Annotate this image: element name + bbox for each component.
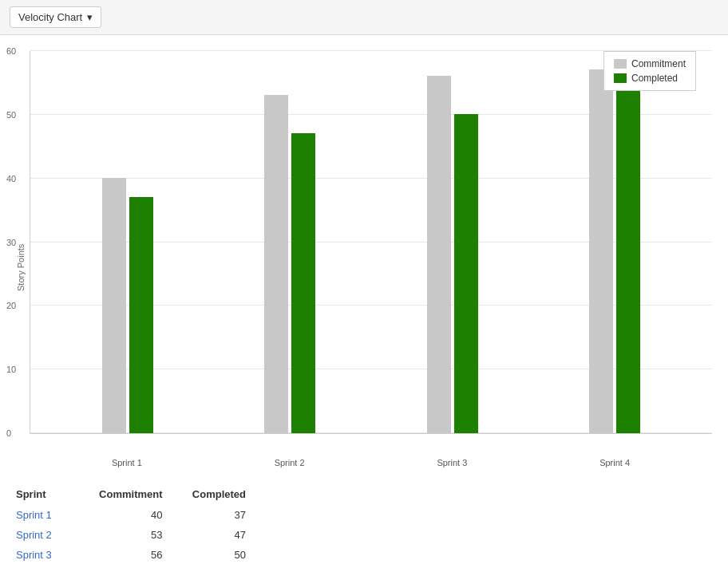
- grid-label-30: 30: [6, 238, 16, 247]
- bar-group-4: [589, 69, 640, 433]
- table-cell-completed-2: 47: [172, 525, 255, 545]
- bar-completed-sprint-3: [454, 114, 478, 433]
- table-cell-commitment-2: 53: [76, 525, 172, 545]
- bar-commitment-sprint-4: [589, 69, 613, 433]
- table-row: Sprint 35650: [16, 545, 255, 565]
- legend: Commitment Completed: [603, 51, 696, 91]
- table-cell-sprint-2[interactable]: Sprint 2: [16, 525, 76, 545]
- x-label-sprint-2: Sprint 2: [264, 458, 315, 467]
- bar-completed-sprint-4: [616, 69, 640, 433]
- table-cell-commitment-1: 40: [76, 505, 172, 525]
- x-label-sprint-4: Sprint 4: [589, 458, 640, 467]
- table-cell-sprint-1[interactable]: Sprint 1: [16, 505, 76, 525]
- x-labels: Sprint 1Sprint 2Sprint 3Sprint 4: [30, 454, 712, 467]
- legend-commitment-color: [614, 59, 627, 69]
- bar-completed-sprint-2: [291, 133, 315, 433]
- bar-group-3: [427, 76, 478, 433]
- col-header-sprint: Sprint: [16, 483, 76, 505]
- table-row: Sprint 14037: [16, 505, 255, 525]
- legend-completed-color: [614, 73, 627, 83]
- header-bar: Velocity Chart ▾: [0, 0, 728, 35]
- velocity-chart-dropdown[interactable]: Velocity Chart ▾: [10, 6, 101, 28]
- grid-label-40: 40: [6, 174, 16, 183]
- dropdown-label: Velocity Chart: [18, 11, 82, 23]
- bar-group-1: [102, 178, 153, 433]
- legend-commitment-label: Commitment: [631, 58, 686, 69]
- chart-inner: 0102030405060 Sprint 1Sprint 2Sprint 3Sp…: [30, 51, 712, 467]
- grid-label-50: 50: [6, 110, 16, 120]
- table-cell-sprint-4[interactable]: Sprint 4: [16, 565, 76, 568]
- legend-commitment: Commitment: [614, 58, 686, 69]
- bar-completed-sprint-1: [129, 197, 153, 433]
- grid-label-20: 20: [6, 301, 16, 310]
- table-row: Sprint 45757: [16, 565, 255, 568]
- bar-commitment-sprint-3: [427, 76, 451, 433]
- grid-area: 0102030405060: [30, 51, 712, 434]
- table-header-row: Sprint Commitment Completed: [16, 483, 255, 505]
- table-cell-completed-3: 50: [172, 545, 255, 565]
- col-header-completed: Completed: [172, 483, 255, 505]
- bars-wrapper: [30, 51, 712, 433]
- bar-commitment-sprint-2: [264, 95, 288, 433]
- chart-container: Story Points 0102030405060 Sprint 1Sprin…: [0, 35, 728, 475]
- data-table: Sprint Commitment Completed Sprint 14037…: [0, 475, 728, 568]
- col-header-commitment: Commitment: [76, 483, 172, 505]
- x-label-sprint-1: Sprint 1: [101, 458, 152, 467]
- x-label-sprint-3: Sprint 3: [426, 458, 477, 467]
- table-cell-sprint-3[interactable]: Sprint 3: [16, 545, 76, 565]
- legend-completed: Completed: [614, 73, 686, 84]
- table-cell-commitment-4: 57: [76, 565, 172, 568]
- legend-completed-label: Completed: [631, 73, 678, 84]
- bar-commitment-sprint-1: [102, 178, 126, 433]
- chart-area: Story Points 0102030405060 Sprint 1Sprin…: [16, 51, 712, 467]
- dropdown-arrow-icon: ▾: [87, 11, 93, 23]
- grid-label-10: 10: [6, 365, 16, 374]
- table-cell-completed-4: 57: [172, 565, 255, 568]
- grid-label-0: 0: [6, 428, 11, 438]
- table-cell-completed-1: 37: [172, 505, 255, 525]
- bar-group-2: [264, 95, 315, 433]
- table-cell-commitment-3: 56: [76, 545, 172, 565]
- grid-label-60: 60: [6, 46, 16, 56]
- table-row: Sprint 25347: [16, 525, 255, 545]
- y-axis-label: Story Points: [16, 51, 26, 467]
